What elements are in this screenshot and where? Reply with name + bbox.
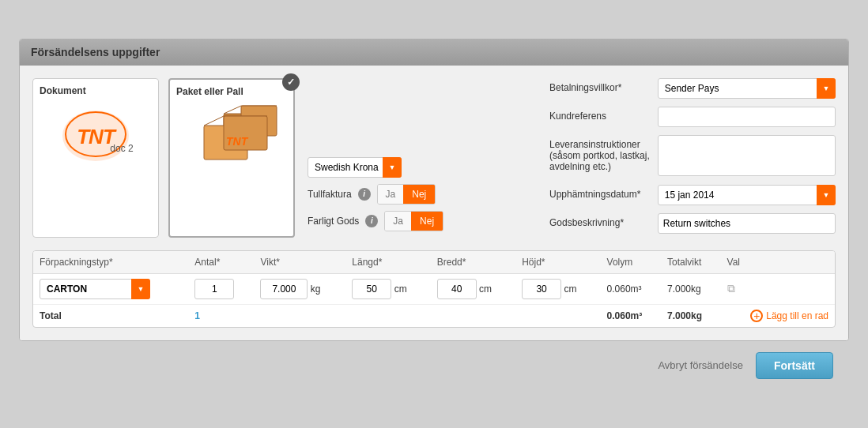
total-empty-hojd	[515, 304, 600, 327]
panel-title: Försändelsens uppgifter	[20, 39, 848, 66]
svg-line-10	[204, 116, 224, 126]
col-header-langd: Längd*	[345, 251, 430, 274]
invoice-ja-option[interactable]: Ja	[378, 185, 404, 204]
total-empty-vikt	[254, 304, 345, 327]
dangerous-toggle[interactable]: Ja Nej	[384, 211, 443, 231]
package-table: Förpackningstyp* Antal* Vikt* Längd* Bre…	[33, 251, 835, 327]
col-header-hojd: Höjd*	[515, 251, 600, 274]
total-label: Total	[33, 304, 188, 327]
total-add-row: + Lägg till en rad	[721, 304, 835, 327]
cell-langd: cm	[345, 273, 430, 304]
dangerous-info-icon[interactable]: i	[365, 215, 378, 227]
package-table-section: Förpackningstyp* Antal* Vikt* Längd* Bre…	[32, 250, 836, 328]
cell-pkg-type: CARTON	[33, 273, 188, 304]
add-row-plus-icon: +	[750, 310, 763, 322]
col-header-type: Förpackningstyp*	[33, 251, 188, 274]
vikt-unit: kg	[311, 283, 321, 295]
hojd-input[interactable]	[522, 279, 561, 299]
col-header-antal: Antal*	[188, 251, 254, 274]
pickup-date-label: Upphämtningsdatum*	[549, 185, 650, 200]
package-card[interactable]: ✓ Paket eller Pall	[168, 78, 295, 238]
add-row-label: Lägg till en rad	[766, 310, 828, 321]
package-card-image: TNT	[176, 102, 287, 165]
svg-line-5	[224, 106, 241, 114]
hojd-unit: cm	[564, 283, 576, 295]
pkg-type-select-wrapper[interactable]: CARTON	[40, 279, 150, 299]
invoice-nej-option[interactable]: Nej	[403, 185, 435, 204]
cell-volym: 0.060m³	[601, 273, 661, 304]
svg-text:TNT: TNT	[226, 135, 249, 148]
dangerous-label: Farligt Gods	[308, 216, 359, 227]
document-card-image: TNT doc 2	[40, 101, 152, 164]
total-empty-langd	[345, 304, 430, 327]
col-header-bredd: Bredd*	[431, 251, 515, 274]
delivery-label: Leveransinstruktioner (såsom portkod, la…	[549, 135, 650, 172]
payment-label: Betalningsvillkor*	[549, 78, 650, 93]
continue-button[interactable]: Fortsätt	[756, 352, 833, 379]
invoice-toggle[interactable]: Ja Nej	[377, 184, 436, 205]
payment-select[interactable]: Sender Pays	[658, 78, 836, 99]
description-label: Godsbeskrivning*	[549, 213, 650, 228]
total-row: Total 1 0.060m³ 7.000kg + Lägg	[33, 304, 835, 327]
cell-vikt: kg	[254, 273, 345, 304]
cell-bredd: cm	[431, 273, 515, 304]
cell-antal	[188, 273, 254, 304]
dangerous-ja-option[interactable]: Ja	[385, 212, 411, 231]
delivery-textarea[interactable]	[658, 135, 836, 176]
svg-text:doc 2: doc 2	[110, 143, 134, 154]
document-card[interactable]: Dokument TNT doc 2	[32, 78, 159, 238]
total-totalvikt: 7.000kg	[661, 304, 721, 327]
col-header-val: Val	[721, 251, 835, 274]
table-row: CARTON kg	[33, 273, 835, 304]
description-input[interactable]	[658, 213, 836, 234]
pkg-type-select[interactable]: CARTON	[40, 279, 150, 299]
cell-val: ⧉	[721, 273, 835, 304]
col-header-totalvikt: Totalvikt	[661, 251, 721, 274]
pickup-date-select[interactable]: 15 jan 2014	[658, 185, 836, 205]
selected-checkmark: ✓	[282, 73, 300, 91]
cancel-link[interactable]: Avbryt försändelse	[658, 359, 742, 371]
currency-select[interactable]: Swedish Krona	[308, 157, 402, 178]
invoice-label: Tullfaktura	[308, 189, 352, 200]
col-header-volym: Volym	[601, 251, 661, 274]
total-volym: 0.060m³	[601, 304, 661, 327]
vikt-input[interactable]	[260, 279, 308, 299]
antal-input[interactable]	[194, 279, 234, 299]
bredd-unit: cm	[479, 283, 492, 295]
cell-totalvikt: 7.000kg	[661, 273, 721, 304]
payment-select-wrapper[interactable]: Sender Pays	[658, 78, 836, 99]
total-empty-bredd	[431, 304, 515, 327]
copy-icon[interactable]: ⧉	[727, 282, 735, 295]
invoice-info-icon[interactable]: i	[358, 188, 371, 201]
pickup-date-select-wrapper[interactable]: 15 jan 2014	[658, 185, 836, 205]
add-row-button[interactable]: + Lägg till en rad	[750, 310, 828, 322]
cell-hojd: cm	[515, 273, 600, 304]
bredd-input[interactable]	[437, 279, 477, 299]
langd-input[interactable]	[352, 279, 391, 299]
col-header-vikt: Vikt*	[254, 251, 345, 274]
dangerous-nej-option[interactable]: Nej	[411, 212, 443, 231]
customer-ref-label: Kundreferens	[549, 107, 650, 122]
currency-select-wrapper[interactable]: Swedish Krona	[308, 157, 402, 178]
langd-unit: cm	[394, 283, 407, 295]
document-card-title: Dokument	[40, 85, 152, 96]
total-antal: 1	[188, 304, 254, 327]
customer-ref-input[interactable]	[658, 107, 836, 127]
package-card-title: Paket eller Pall	[176, 86, 287, 97]
